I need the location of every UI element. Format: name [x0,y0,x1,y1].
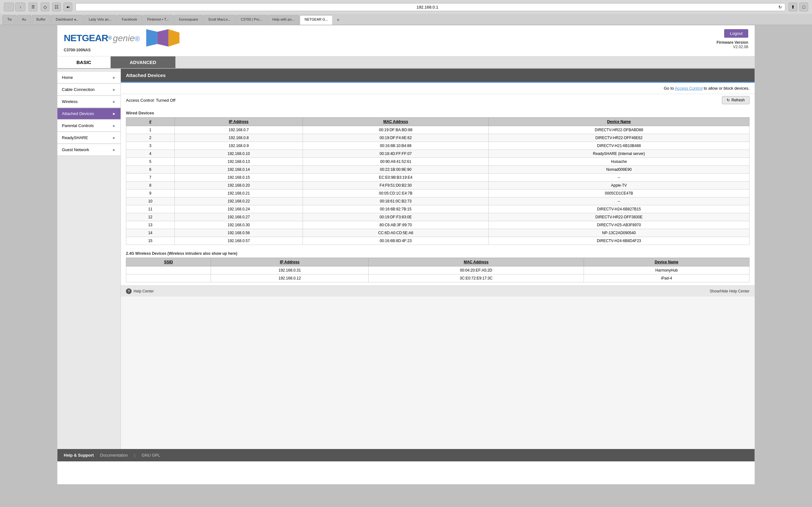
wcol-name: Device Name [583,258,749,267]
buffer-icon[interactable]: ☷ [52,3,61,11]
pocket-icon[interactable]: ◇ [41,3,49,11]
cell-ip: 192.168.0.21 [174,189,303,198]
show-hide-help[interactable]: Show/Hide Help Center [710,289,750,293]
sidebar-item-label-readyshare: ReadySHARE [62,135,88,140]
sidebar-item-label-guest: Guest Network [62,147,89,152]
help-icon: ? [126,288,132,294]
cell-mac: CC:6D:A0:CD:5E:A6 [303,229,489,237]
tab-iconosquare[interactable]: Iconosquare [174,15,203,25]
wired-section-title: Wired Devices [126,111,750,115]
tab-au[interactable]: Au [17,15,31,25]
cell-ip: 192.168.0.56 [174,229,303,237]
wcell-ssid [126,274,211,282]
sidebar-item-home[interactable]: Home ► [57,72,120,83]
table-row: 7 192.168.0.15 EC:E0:9B:B3:19:E4 -- [126,174,750,181]
table-row: 6 192.168.0.14 00:22:1B:00:9E:90 Nomad00… [126,166,750,174]
wcell-mac: 3C:E0:72:E9:17:3C [368,274,584,282]
firmware-label: Firmware Version [716,40,748,45]
sidebar-toggle[interactable]: ☰ [29,3,38,11]
cell-num: 3 [126,142,175,150]
cell-name: DIRECTV-H21-6B10B488 [489,142,749,150]
tab-dashboard[interactable]: Dashboard ◂... [51,15,84,25]
cell-num: 2 [126,134,175,142]
refresh-label: Refresh [731,98,745,102]
back-button[interactable]: ‹ [4,3,14,11]
cell-mac: 00:16:6B:82:7B:15 [303,205,489,213]
logo-stripes [146,29,180,47]
share-icon[interactable]: ⬆ [789,3,798,11]
ng-logo-section: NETGEAR® genie® C3700-100NAS [64,29,180,52]
refresh-button[interactable]: ↻ Refresh [722,96,750,104]
wcol-ssid: SSID [126,258,211,267]
sidebar-item-label-home: Home [62,75,73,80]
cell-name: DIRECTV-H24-6B827B15 [489,205,749,213]
access-status-bar: Access Control: Turned Off ↻ Refresh [121,94,755,107]
wcell-ip: 192.168.0.31 [211,267,368,274]
nav-buttons: ‹ › [4,3,26,11]
cell-name: DIRECTV-H24-6B8D4F23 [489,237,749,245]
tab-tw[interactable]: Tw [3,15,16,25]
sidebar-item-wireless[interactable]: Wireless ► [57,96,120,107]
wireless-table-header: SSID IP Address MAC Address Device Name [126,258,750,267]
cell-ip: 192.168.0.9 [174,142,303,150]
table-row: 15 192.168.0.57 00:16:6B:8D:4F:23 DIRECT… [126,237,750,245]
new-tab-icon[interactable]: □ [799,3,808,11]
reload-icon[interactable]: ↻ [778,5,782,9]
cell-num: 14 [126,229,175,237]
tab-c3700[interactable]: C3700 | Pro... [236,15,267,25]
sidebar: Home ► Cable Connection ► Wireless ► Att… [57,69,121,449]
sidebar-item-guest-network[interactable]: Guest Network ► [57,144,120,156]
cell-name: DIRECTV-HR22-DFF46E62 [489,134,749,142]
tab-help[interactable]: Help with po... [268,15,299,25]
footer: Help & Support Documentation | GNU GPL [57,449,755,461]
tab-netgear[interactable]: NETGEAR G... [300,15,333,25]
wireless-devices-section: 2.4G Wireless Devices (Wireless intruder… [121,248,755,285]
add-tab-button[interactable]: + [334,15,343,25]
help-center-label[interactable]: Help Center [134,289,154,293]
cell-num: 12 [126,213,175,221]
home-arrow-icon: ► [112,75,116,80]
guest-arrow-icon: ► [112,148,116,152]
wireless-arrow-icon: ► [112,100,116,104]
sidebar-item-readyshare[interactable]: ReadySHARE ► [57,132,120,144]
tab-scott[interactable]: Scott MacLe... [204,15,235,25]
table-row: 13 192.168.0.30 80:C6:AB:3F:89:70 DIRECT… [126,221,750,229]
sidebar-item-cable[interactable]: Cable Connection ► [57,84,120,95]
section-header: Attached Devices [121,69,755,82]
help-bar: ? Help Center Show/Hide Help Center [121,285,755,297]
cell-mac: F4:F9:51:D0:B2:30 [303,181,489,189]
wired-table-header: # IP Address MAC Address Device Name [126,118,750,126]
tab-pinterest[interactable]: Pinterest • T... [142,15,173,25]
refresh-icon: ↻ [727,98,730,102]
wired-devices-section: Wired Devices # IP Address MAC Address D… [121,107,755,248]
cell-ip: 192.168.0.24 [174,205,303,213]
action-icons: ⬆ □ [789,3,808,11]
pinterest-icon[interactable]: ☙ [63,3,72,11]
tab-facebook[interactable]: Facebook [117,15,142,25]
forward-button[interactable]: › [15,3,26,11]
cell-ip: 192.168.0.30 [174,221,303,229]
wireless-table-body: 192.168.0.31 00:04:20:EF:A5:2D HarmonyHu… [126,267,750,282]
address-input[interactable] [79,5,776,9]
help-center: ? Help Center [126,288,154,294]
tab-buffer[interactable]: Buffer [32,15,50,25]
footer-gnu[interactable]: GNU GPL [142,453,160,458]
tab-basic[interactable]: BASIC [57,56,111,68]
sidebar-item-attached-devices[interactable]: Attached Devices ► [57,108,120,119]
wcell-name: HarmonyHub [583,267,749,274]
col-number: # [126,118,175,126]
tabs-bar: Tw Au Buffer Dashboard ◂... Lady Vols an… [0,14,812,25]
cell-mac: 00:22:1B:00:9E:90 [303,166,489,174]
tab-advanced[interactable]: ADVANCED [111,56,175,68]
cell-name: DIRECTV-H25-AB3F8970 [489,221,749,229]
logout-button[interactable]: Logout [724,29,748,38]
tab-lady-vols[interactable]: Lady Vols an... [84,15,116,25]
sidebar-item-parental[interactable]: Parental Controls ► [57,120,120,131]
footer-documentation[interactable]: Documentation [100,453,128,458]
go-to-text: Go to [664,86,675,91]
cell-name: ReadySHARE (Internal server) [489,150,749,158]
cell-num: 15 [126,237,175,245]
access-control-link[interactable]: Access Control [675,86,702,91]
table-row: 8 192.168.0.20 F4:F9:51:D0:B2:30 Apple-T… [126,181,750,189]
table-row: 11 192.168.0.24 00:16:6B:82:7B:15 DIRECT… [126,205,750,213]
